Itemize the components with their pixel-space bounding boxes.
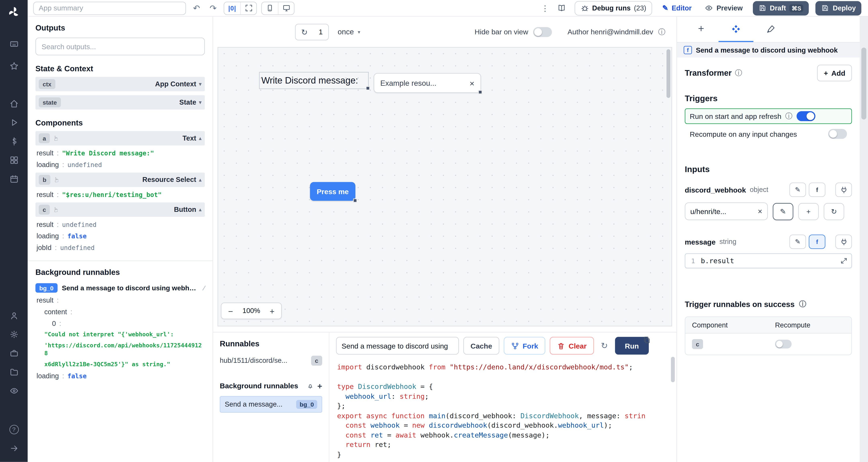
recompute-toggle[interactable] (828, 129, 847, 139)
refresh-count-box: ↻ 1 (295, 24, 329, 40)
page-scrollbar[interactable] (860, 16, 868, 462)
runnable-item[interactable]: hub/1511/discord/se... c (220, 356, 322, 366)
refresh-button[interactable]: ↻ (296, 24, 313, 39)
resize-handle[interactable] (353, 199, 357, 202)
runnables-panel: Runnables hub/1511/discord/se... c Backg… (213, 332, 330, 462)
fullscreen-button[interactable] (240, 2, 256, 14)
preview-tab-button[interactable]: Preview (702, 1, 746, 15)
button-component[interactable]: Press me (310, 182, 355, 201)
add-transformer-button[interactable]: +Add (817, 65, 852, 81)
ctx-row[interactable]: ctx App Context▾ (35, 77, 205, 91)
field-name: message (685, 237, 715, 246)
variables-dollar-icon[interactable] (0, 132, 28, 151)
user-icon[interactable] (0, 306, 28, 325)
run-mode-dropdown[interactable]: once▾ (338, 28, 360, 36)
component-c-row[interactable]: c☞ Button▴ (35, 202, 205, 217)
recompute-row-toggle[interactable] (775, 340, 792, 349)
workspace-briefcase-icon[interactable] (0, 343, 28, 362)
audit-eye-icon[interactable] (0, 381, 28, 400)
zoom-out-button[interactable]: − (221, 306, 240, 316)
scrollbar-thumb[interactable] (861, 47, 866, 120)
hide-bar-toggle[interactable] (533, 27, 552, 37)
eval-expr-button[interactable]: f (809, 183, 826, 197)
discord-webhook-value-row: u/henri/te... × ✎ + ↻ (685, 202, 852, 220)
code-scrollbar[interactable] (671, 357, 675, 382)
tab-component-settings[interactable] (718, 16, 753, 42)
redo-button[interactable]: ↷ (207, 1, 219, 15)
app-summary-input[interactable] (33, 1, 186, 15)
bg0-list-badge: bg_0 (297, 400, 317, 409)
connect-plug-button[interactable] (835, 183, 852, 197)
desktop-view-button[interactable] (278, 2, 294, 14)
refresh-resource-button[interactable]: ↻ (824, 203, 844, 220)
resources-grid-icon[interactable] (0, 151, 28, 169)
bg0-output-row[interactable]: bg_0 Send a message to discord using web… (35, 283, 205, 293)
tab-insert-component[interactable]: + (684, 16, 719, 42)
message-expression-input[interactable]: 1 b.result (685, 253, 852, 268)
canvas-scrollbar[interactable] (666, 49, 670, 98)
background-runnable-item-selected[interactable]: Send a message... bg_0 (220, 396, 322, 413)
component-a-row[interactable]: a☞ Text▴ (35, 131, 205, 145)
mobile-view-button[interactable] (262, 2, 278, 14)
folders-icon[interactable] (0, 362, 28, 381)
plus-icon: + (824, 69, 828, 77)
resize-handle[interactable] (366, 86, 370, 90)
deploy-button[interactable]: Deploy (815, 1, 861, 15)
runnable-name-input[interactable] (336, 337, 459, 355)
debug-runs-button[interactable]: Debug runs (23) (575, 1, 652, 15)
refresh-code-button[interactable]: ↻ (598, 339, 611, 352)
function-icon: f (816, 186, 818, 193)
edit-resource-button[interactable]: ✎ (773, 203, 793, 220)
component-b-row[interactable]: b☞ Resource Select▴ (35, 173, 205, 187)
cache-button[interactable]: Cache (463, 337, 499, 355)
undo-button[interactable]: ↶ (190, 1, 203, 15)
home-icon[interactable] (0, 94, 28, 113)
copy-icon (643, 336, 651, 344)
connect-plug-button[interactable] (835, 234, 852, 249)
trigger-runnables-table: Component Recompute c (685, 317, 852, 355)
pointer-hand-icon: ☞ (52, 207, 60, 212)
search-outputs-input[interactable] (35, 38, 205, 55)
add-background-runnable-button[interactable]: + (317, 381, 322, 391)
settings-gear-icon[interactable] (0, 325, 28, 343)
schedules-calendar-icon[interactable] (0, 169, 28, 188)
component-diamonds-icon (731, 24, 741, 34)
fork-button[interactable]: Fork (504, 337, 545, 355)
edit-static-button[interactable]: ✎ (789, 234, 806, 249)
clear-icon[interactable]: × (758, 207, 762, 216)
editor-tab-button[interactable]: ✎Editor (659, 1, 695, 15)
resource-value-input[interactable]: u/henri/te... × (685, 202, 768, 220)
tab-styling[interactable] (753, 16, 788, 42)
code-toolbar: Cache Fork Clear ↻ Run (329, 332, 676, 358)
runs-play-icon[interactable] (0, 113, 28, 132)
toggle-output-panel-button[interactable]: |0| (224, 2, 240, 14)
resize-handle[interactable] (478, 90, 482, 94)
app-canvas[interactable]: Write Discord message: Example resou... … (218, 47, 672, 326)
favorites-star-icon[interactable] (0, 57, 28, 75)
trash-icon (557, 341, 565, 350)
right-panel-tabs: + (677, 16, 860, 42)
run-on-start-toggle[interactable] (796, 111, 815, 121)
more-menu-button[interactable]: ⋮ (541, 4, 549, 12)
chevron-down-icon: ▾ (358, 29, 360, 35)
windmill-logo[interactable] (0, 0, 28, 24)
field-name: discord_webhook (685, 186, 746, 194)
docs-button[interactable] (556, 1, 568, 15)
add-resource-button[interactable]: + (798, 203, 819, 220)
draft-button[interactable]: Draft⌘S (753, 1, 809, 15)
text-component[interactable]: Write Discord message: (259, 72, 369, 89)
collapse-arrow-icon[interactable] (0, 439, 28, 458)
resource-select-component[interactable]: Example resou... × (374, 73, 481, 93)
help-icon[interactable]: ? (0, 420, 28, 439)
eval-expr-button-active[interactable]: f (809, 234, 826, 249)
expand-icon[interactable] (840, 257, 851, 264)
copy-code-button[interactable] (643, 336, 651, 344)
run-on-start-row: Run on start and app refresh ⓘ (685, 108, 852, 124)
zoom-in-button[interactable]: + (263, 306, 281, 316)
apps-keyboard-icon[interactable] (0, 34, 28, 53)
edit-static-button[interactable]: ✎ (789, 183, 806, 197)
state-row[interactable]: state State▾ (35, 95, 205, 110)
clear-icon[interactable]: × (470, 78, 474, 88)
code-editor[interactable]: import discordwebhook from "https://deno… (329, 358, 676, 462)
clear-button[interactable]: Clear (550, 337, 594, 355)
